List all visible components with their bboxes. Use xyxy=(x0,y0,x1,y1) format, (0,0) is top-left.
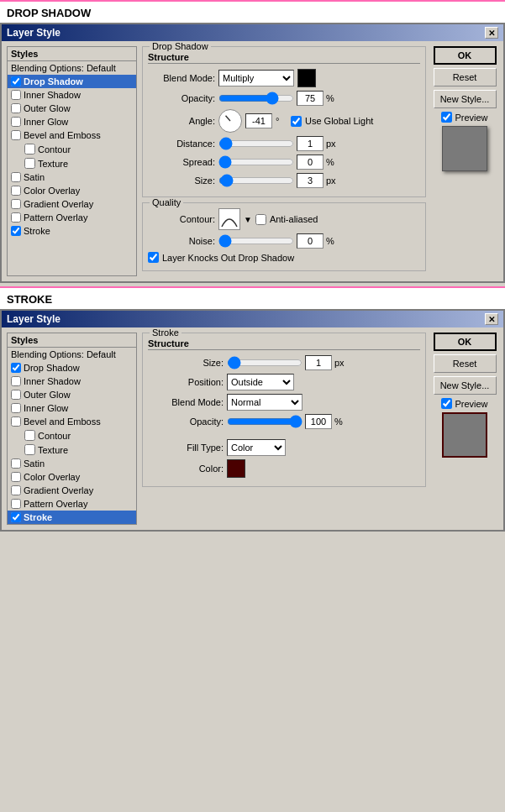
layer-knocks-label: Layer Knocks Out Drop Shadow xyxy=(162,253,294,263)
size-label: Size: xyxy=(148,175,215,186)
color-overlay-checkbox[interactable] xyxy=(11,186,21,196)
blending-options-item[interactable]: Blending Options: Default xyxy=(8,61,136,75)
stroke-style-satin[interactable]: Satin xyxy=(8,457,136,470)
distance-label: Distance: xyxy=(148,139,215,149)
stroke-fill-type-select[interactable]: Color Gradient Pattern xyxy=(227,439,286,456)
opacity-slider[interactable] xyxy=(218,92,294,104)
spread-label: Spread: xyxy=(148,157,215,167)
contour-checkbox[interactable] xyxy=(24,144,35,155)
stroke-reset-button[interactable]: Reset xyxy=(434,354,497,373)
style-drop-shadow[interactable]: Drop Shadow xyxy=(8,75,136,88)
stroke-style-inner-shadow[interactable]: Inner Shadow xyxy=(8,375,136,388)
stroke-outer-glow-checkbox[interactable] xyxy=(11,390,21,400)
opacity-input[interactable] xyxy=(297,91,324,106)
style-contour[interactable]: Contour xyxy=(8,142,136,156)
style-texture[interactable]: Texture xyxy=(8,156,136,170)
noise-input[interactable] xyxy=(297,233,324,249)
style-pattern-overlay[interactable]: Pattern Overlay xyxy=(8,211,136,224)
stroke-style-stroke[interactable]: Stroke xyxy=(8,511,136,524)
stroke-new-style-button[interactable]: New Style... xyxy=(434,376,497,395)
stroke-size-slider[interactable] xyxy=(227,357,302,369)
inner-shadow-checkbox[interactable] xyxy=(11,90,21,100)
stroke-outer-glow-label: Outer Glow xyxy=(24,390,71,400)
stroke-style-gradient-overlay[interactable]: Gradient Overlay xyxy=(8,484,136,497)
stroke-dialog-title: Layer Style xyxy=(7,313,60,325)
stroke-opacity-slider[interactable] xyxy=(227,416,302,427)
outer-glow-checkbox[interactable] xyxy=(11,103,21,113)
layer-knocks-checkbox[interactable] xyxy=(148,252,159,263)
stroke-satin-checkbox[interactable] xyxy=(11,458,21,469)
gradient-overlay-checkbox[interactable] xyxy=(11,199,21,209)
blend-mode-label: Blend Mode: xyxy=(148,73,215,83)
stroke-inner-glow-checkbox[interactable] xyxy=(11,403,21,413)
drop-shadow-reset-button[interactable]: Reset xyxy=(434,68,497,86)
angle-input[interactable] xyxy=(245,113,272,128)
stroke-drop-shadow-checkbox[interactable] xyxy=(11,363,21,373)
color-overlay-label: Color Overlay xyxy=(24,186,80,196)
stroke-contour-checkbox[interactable] xyxy=(24,430,35,441)
stroke-position-select[interactable]: Outside Inside Center xyxy=(227,374,294,390)
stroke-ok-button[interactable]: OK xyxy=(434,333,497,351)
stroke-close-button[interactable]: ✕ xyxy=(485,313,498,325)
spread-input[interactable] xyxy=(297,155,324,170)
drop-shadow-checkbox[interactable] xyxy=(11,76,21,86)
noise-unit: % xyxy=(326,236,338,246)
style-satin[interactable]: Satin xyxy=(8,170,136,184)
contour-label: Contour xyxy=(38,144,71,155)
size-slider[interactable] xyxy=(218,175,294,186)
contour-preview[interactable] xyxy=(218,208,240,230)
drop-shadow-preview-checkbox[interactable] xyxy=(441,112,452,123)
stroke-style-outer-glow[interactable]: Outer Glow xyxy=(8,388,136,401)
pattern-overlay-checkbox[interactable] xyxy=(11,212,21,223)
style-stroke[interactable]: Stroke xyxy=(8,224,136,238)
style-color-overlay[interactable]: Color Overlay xyxy=(8,184,136,197)
style-inner-shadow[interactable]: Inner Shadow xyxy=(8,88,136,102)
size-input[interactable] xyxy=(297,173,324,188)
stroke-inner-shadow-checkbox[interactable] xyxy=(11,376,21,386)
stroke-blend-mode-select[interactable]: Normal Multiply xyxy=(227,394,302,411)
noise-slider[interactable] xyxy=(218,235,294,247)
stroke-blending-options[interactable]: Blending Options: Default xyxy=(8,348,136,361)
drop-shadow-close-button[interactable]: ✕ xyxy=(485,27,498,39)
distance-slider[interactable] xyxy=(218,138,294,149)
opacity-row: Opacity: % xyxy=(148,91,420,106)
stroke-pattern-overlay-checkbox[interactable] xyxy=(11,499,21,509)
satin-checkbox[interactable] xyxy=(11,172,21,182)
stroke-gradient-overlay-checkbox[interactable] xyxy=(11,485,21,495)
global-light-checkbox[interactable] xyxy=(291,116,302,127)
spread-slider[interactable] xyxy=(218,156,294,168)
drop-shadow-main: Drop Shadow Structure Blend Mode: Multip… xyxy=(142,46,426,276)
stroke-style-pattern-overlay[interactable]: Pattern Overlay xyxy=(8,497,136,511)
size-unit: px xyxy=(326,175,338,186)
style-gradient-overlay[interactable]: Gradient Overlay xyxy=(8,197,136,211)
stroke-style-texture[interactable]: Texture xyxy=(8,443,136,457)
stroke-style-inner-glow[interactable]: Inner Glow xyxy=(8,401,136,415)
stroke-opacity-input[interactable] xyxy=(305,414,332,429)
texture-checkbox[interactable] xyxy=(24,158,35,169)
stroke-stroke-checkbox[interactable] xyxy=(11,512,21,522)
stroke-color-swatch[interactable] xyxy=(227,459,245,478)
stroke-style-color-overlay[interactable]: Color Overlay xyxy=(8,470,136,484)
drop-shadow-new-style-button[interactable]: New Style... xyxy=(434,90,497,108)
drop-shadow-ok-button[interactable]: OK xyxy=(434,46,497,65)
stroke-preview-checkbox[interactable] xyxy=(441,398,452,409)
stroke-style-drop-shadow[interactable]: Drop Shadow xyxy=(8,361,136,375)
stroke-bevel-emboss-checkbox[interactable] xyxy=(11,416,21,427)
style-bevel-emboss[interactable]: Bevel and Emboss xyxy=(8,128,136,142)
inner-glow-checkbox[interactable] xyxy=(11,117,21,127)
stroke-style-bevel-emboss[interactable]: Bevel and Emboss xyxy=(8,415,136,428)
style-inner-glow[interactable]: Inner Glow xyxy=(8,115,136,128)
stroke-size-input[interactable] xyxy=(305,355,332,370)
contour-dropdown-icon[interactable]: ▼ xyxy=(244,215,252,224)
bevel-emboss-checkbox[interactable] xyxy=(11,130,21,140)
distance-input[interactable] xyxy=(297,136,324,151)
anti-aliased-checkbox[interactable] xyxy=(255,214,266,225)
angle-dial[interactable] xyxy=(218,109,242,133)
style-outer-glow[interactable]: Outer Glow xyxy=(8,102,136,115)
stroke-color-overlay-checkbox[interactable] xyxy=(11,472,21,482)
stroke-texture-checkbox[interactable] xyxy=(24,444,35,455)
blend-mode-select[interactable]: Multiply Normal Screen xyxy=(218,70,294,86)
blend-color-swatch[interactable] xyxy=(297,69,316,87)
stroke-checkbox[interactable] xyxy=(11,226,21,236)
stroke-style-contour[interactable]: Contour xyxy=(8,428,136,443)
